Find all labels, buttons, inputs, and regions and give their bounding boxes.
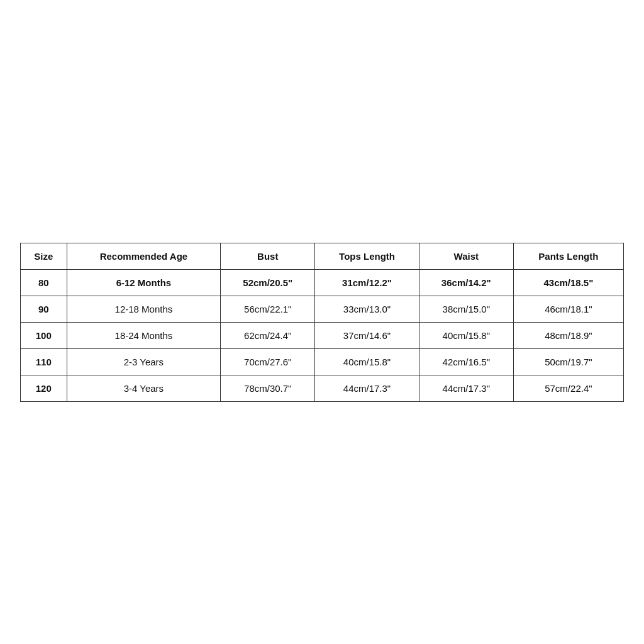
table-cell: 44cm/17.3"	[419, 375, 513, 401]
table-cell: 6-12 Months	[67, 269, 221, 296]
table-row: 10018-24 Months62cm/24.4"37cm/14.6"40cm/…	[21, 322, 624, 348]
table-cell: 78cm/30.7"	[221, 375, 315, 401]
table-cell: 56cm/22.1"	[221, 296, 315, 322]
table-header-cell: Pants Length	[513, 243, 623, 269]
table-cell: 2-3 Years	[67, 348, 221, 375]
size-chart-table: SizeRecommended AgeBustTops LengthWaistP…	[20, 243, 624, 402]
table-header-cell: Size	[21, 243, 67, 269]
table-cell: 18-24 Months	[67, 322, 221, 348]
table-header-cell: Tops Length	[315, 243, 419, 269]
table-cell: 36cm/14.2"	[419, 269, 513, 296]
table-cell: 70cm/27.6"	[221, 348, 315, 375]
table-cell: 90	[21, 296, 67, 322]
table-cell: 42cm/16.5"	[419, 348, 513, 375]
table-row: 1102-3 Years70cm/27.6"40cm/15.8"42cm/16.…	[21, 348, 624, 375]
table-cell: 31cm/12.2"	[315, 269, 419, 296]
table-cell: 43cm/18.5"	[513, 269, 623, 296]
table-cell: 38cm/15.0"	[419, 296, 513, 322]
table-cell: 100	[21, 322, 67, 348]
table-cell: 120	[21, 375, 67, 401]
table-cell: 44cm/17.3"	[315, 375, 419, 401]
size-chart-container: SizeRecommended AgeBustTops LengthWaistP…	[20, 243, 624, 402]
table-cell: 37cm/14.6"	[315, 322, 419, 348]
table-cell: 12-18 Months	[67, 296, 221, 322]
table-cell: 57cm/22.4"	[513, 375, 623, 401]
table-cell: 33cm/13.0"	[315, 296, 419, 322]
table-cell: 80	[21, 269, 67, 296]
table-row: 1203-4 Years78cm/30.7"44cm/17.3"44cm/17.…	[21, 375, 624, 401]
table-row: 806-12 Months52cm/20.5"31cm/12.2"36cm/14…	[21, 269, 624, 296]
table-header-cell: Waist	[419, 243, 513, 269]
table-header-cell: Bust	[221, 243, 315, 269]
table-cell: 3-4 Years	[67, 375, 221, 401]
table-cell: 40cm/15.8"	[315, 348, 419, 375]
table-header-row: SizeRecommended AgeBustTops LengthWaistP…	[21, 243, 624, 269]
table-cell: 52cm/20.5"	[221, 269, 315, 296]
table-header-cell: Recommended Age	[67, 243, 221, 269]
table-cell: 48cm/18.9"	[513, 322, 623, 348]
table-row: 9012-18 Months56cm/22.1"33cm/13.0"38cm/1…	[21, 296, 624, 322]
table-cell: 62cm/24.4"	[221, 322, 315, 348]
table-cell: 46cm/18.1"	[513, 296, 623, 322]
table-cell: 40cm/15.8"	[419, 322, 513, 348]
table-cell: 110	[21, 348, 67, 375]
table-cell: 50cm/19.7"	[513, 348, 623, 375]
